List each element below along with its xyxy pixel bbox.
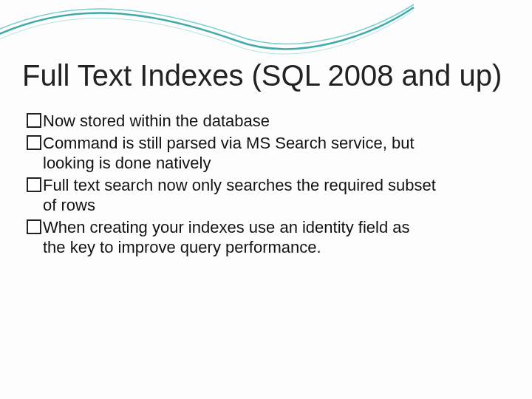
- bullet-text: Command is still parsed via MS Search se…: [43, 134, 415, 152]
- bullet-continuation: of rows: [43, 195, 488, 216]
- bullet-item: Full text search now only searches the r…: [27, 175, 488, 216]
- square-bullet-icon: [27, 135, 41, 150]
- square-bullet-icon: [27, 113, 41, 128]
- bullet-continuation: the key to improve query performance.: [43, 237, 488, 258]
- bullet-item: Command is still parsed via MS Search se…: [27, 133, 488, 174]
- slide-body: Now stored within the database Command i…: [27, 111, 488, 259]
- bullet-text: Now stored within the database: [43, 112, 270, 130]
- bullet-text: Full text search now only searches the r…: [43, 176, 436, 194]
- slide-title: Full Text Indexes (SQL 2008 and up): [22, 59, 510, 92]
- square-bullet-icon: [27, 219, 41, 234]
- bullet-item: Now stored within the database: [27, 111, 488, 132]
- bullet-item: When creating your indexes use an identi…: [27, 217, 488, 258]
- bullet-text: When creating your indexes use an identi…: [43, 218, 410, 236]
- square-bullet-icon: [27, 177, 41, 192]
- bullet-continuation: looking is done natively: [43, 153, 488, 174]
